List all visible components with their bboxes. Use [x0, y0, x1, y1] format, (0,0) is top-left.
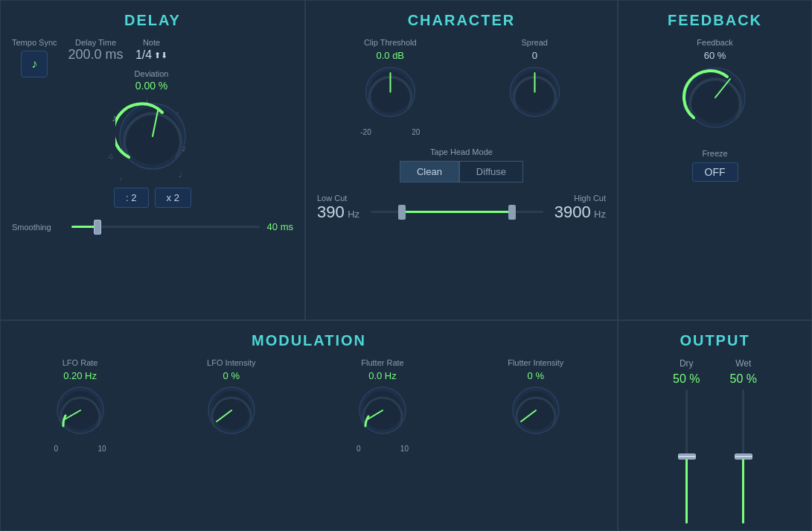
- spread-value: 0: [532, 50, 537, 61]
- wet-fader[interactable]: [742, 389, 744, 524]
- lfo-rate-knob[interactable]: [54, 384, 106, 439]
- feedback-panel: FEEDBACK Feedback 60 % Freeze: [618, 0, 812, 320]
- flutter-rate-range: 0 10: [357, 445, 409, 453]
- feedback-knob-label: Feedback: [697, 38, 732, 47]
- spread-knob[interactable]: [507, 64, 563, 123]
- clip-threshold-knob-container: Clip Threshold 0.0 dB -20 20: [360, 38, 420, 136]
- multiply-two-button[interactable]: x 2: [155, 188, 191, 208]
- note-value: 1/4 ⬆⬇: [135, 48, 167, 62]
- clip-max: 20: [412, 128, 420, 136]
- tempo-sync-label: Tempo Sync: [12, 38, 57, 47]
- flutter-intensity-container: Flutter Intensity 0 %: [508, 358, 563, 453]
- tape-diffuse-button[interactable]: Diffuse: [459, 161, 523, 182]
- lfo-intensity-container: LFO Intensity 0 %: [205, 358, 258, 453]
- delay-time-section: Delay Time 200.0 ms: [68, 38, 124, 63]
- main-container: DELAY Tempo Sync ♪ Delay Time 200.0 ms N…: [0, 0, 812, 531]
- note-label: Note: [143, 38, 160, 47]
- deviation-label: Deviation: [135, 69, 169, 78]
- smoothing-label: Smoothing: [12, 223, 64, 232]
- wet-label: Wet: [735, 358, 751, 369]
- output-title: OUTPUT: [630, 332, 800, 349]
- low-cut-value: 390: [317, 203, 345, 221]
- cut-section: Low Cut 390 Hz High Cut 3900 Hz: [317, 194, 606, 222]
- spread-knob-container: Spread 0: [507, 38, 563, 136]
- low-cut-thumb[interactable]: [398, 205, 406, 220]
- feedback-knob-container: Feedback 60 %: [682, 38, 749, 134]
- lfo-rate-value: 0.20 Hz: [63, 370, 97, 381]
- dry-label: Dry: [680, 358, 694, 369]
- clip-threshold-knob[interactable]: [362, 64, 418, 123]
- dry-fader[interactable]: [685, 389, 688, 524]
- note-section: Note 1/4 ⬆⬇: [135, 38, 169, 62]
- freeze-button[interactable]: OFF: [692, 162, 738, 182]
- tempo-sync-section: Tempo Sync ♪: [12, 38, 57, 77]
- svg-text:♫: ♫: [108, 152, 114, 160]
- flutter-intensity-value: 0 %: [528, 370, 544, 381]
- flutter-intensity-knob[interactable]: [510, 384, 562, 439]
- high-cut-display: 3900 Hz: [554, 203, 606, 222]
- high-cut-label: High Cut: [574, 194, 606, 203]
- lfo-rate-min: 0: [54, 445, 59, 453]
- low-cut-label: Low Cut: [317, 194, 359, 203]
- flutter-rate-label: Flutter Rate: [361, 358, 403, 367]
- divide-buttons: : 2 x 2: [12, 188, 293, 208]
- cut-slider-row: [371, 203, 543, 213]
- high-cut-value: 3900: [554, 203, 591, 221]
- flutter-rate-max: 10: [400, 445, 409, 453]
- feedback-knob-value: 60 %: [704, 50, 726, 61]
- lfo-intensity-value: 0 %: [223, 370, 240, 381]
- tape-clean-button[interactable]: Clean: [400, 161, 459, 182]
- lfo-rate-label: LFO Rate: [63, 358, 98, 367]
- flutter-intensity-label: Flutter Intensity: [508, 358, 563, 367]
- feedback-knob[interactable]: [682, 64, 749, 134]
- high-cut-thumb[interactable]: [508, 205, 516, 220]
- high-cut-group: High Cut 3900 Hz: [554, 194, 606, 222]
- flutter-rate-container: Flutter Rate 0.0 Hz 0 10: [357, 358, 409, 453]
- lfo-rate-container: LFO Rate 0.20 Hz 0 10: [54, 358, 106, 453]
- high-cut-unit: Hz: [594, 209, 606, 220]
- character-title: CHARACTER: [317, 12, 606, 29]
- note-arrows[interactable]: ⬆⬇: [154, 51, 167, 60]
- freeze-label: Freeze: [702, 149, 727, 158]
- tape-head-section: Tape Head Mode Clean Diffuse: [317, 147, 606, 182]
- delay-time-knob[interactable]: [115, 99, 190, 177]
- modulation-panel: MODULATION LFO Rate 0.20 Hz 0: [0, 320, 618, 531]
- clip-scale: -20 20: [360, 128, 420, 136]
- lfo-intensity-knob[interactable]: [205, 384, 258, 439]
- low-cut-unit: Hz: [348, 209, 359, 220]
- output-panel: OUTPUT Dry 50 % Wet 50 %: [618, 320, 812, 531]
- low-cut-group: Low Cut 390 Hz: [317, 194, 359, 222]
- delay-panel: DELAY Tempo Sync ♪ Delay Time 200.0 ms N…: [0, 0, 305, 320]
- low-cut-display: 390 Hz: [317, 203, 359, 222]
- wet-fader-group: Wet 50 %: [730, 358, 757, 524]
- dry-fader-thumb[interactable]: [678, 454, 696, 460]
- spread-label: Spread: [522, 38, 548, 47]
- note-value-text: 1/4: [135, 48, 152, 62]
- deviation-section: Deviation 0.00 %: [135, 69, 169, 92]
- wet-fader-fill: [742, 457, 744, 524]
- dry-value: 50 %: [673, 372, 700, 386]
- divide-half-button[interactable]: : 2: [114, 188, 148, 208]
- lfo-rate-range: 0 10: [54, 445, 106, 453]
- deviation-value: 0.00 %: [135, 80, 168, 92]
- delay-title: DELAY: [12, 12, 293, 29]
- clip-min: -20: [360, 128, 371, 136]
- tape-head-label: Tape Head Mode: [317, 147, 606, 156]
- smoothing-value: 40 ms: [267, 221, 293, 232]
- tempo-sync-button[interactable]: ♪: [21, 51, 48, 77]
- lfo-rate-max: 10: [97, 445, 106, 453]
- freeze-section: Freeze OFF: [692, 149, 738, 182]
- clip-threshold-label: Clip Threshold: [364, 38, 417, 47]
- delay-time-value: 200.0 ms: [68, 47, 124, 63]
- delay-time-label: Delay Time: [75, 38, 116, 47]
- modulation-title: MODULATION: [12, 332, 606, 349]
- cut-frequency-slider[interactable]: [371, 211, 543, 213]
- dry-fader-group: Dry 50 %: [673, 358, 700, 524]
- flutter-rate-knob[interactable]: [357, 384, 409, 439]
- wet-value: 50 %: [730, 372, 757, 386]
- flutter-rate-min: 0: [357, 445, 361, 453]
- smoothing-slider[interactable]: [71, 226, 260, 228]
- wet-fader-thumb[interactable]: [735, 454, 752, 460]
- character-panel: CHARACTER Clip Threshold 0.0 dB -20 20: [305, 0, 618, 320]
- flutter-rate-value: 0.0 Hz: [368, 370, 397, 381]
